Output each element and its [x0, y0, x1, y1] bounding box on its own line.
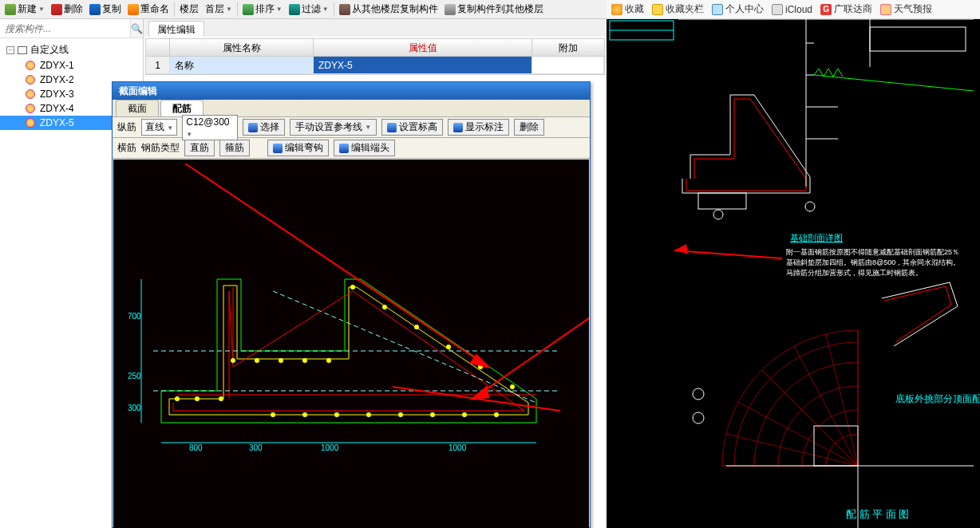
copy-icon [89, 4, 101, 15]
section-canvas[interactable]: 700 250 300 800 300 1000 1000 [113, 160, 589, 528]
svg-point-19 [462, 412, 467, 417]
reference-drawing-viewer[interactable]: 基础剖面详图 附一基面钢筋按原图不得随意减配基础剖面钢筋配25％ 基础斜垫层加四… [607, 19, 980, 528]
dim-1000a: 1000 [321, 443, 339, 452]
svg-point-17 [398, 412, 403, 417]
svg-point-8 [231, 358, 235, 363]
filter-button[interactable]: 过滤▼ [286, 1, 332, 18]
tree-item-zdyx1[interactable]: ZDYX-1 [0, 58, 143, 73]
select-button[interactable]: 选择 [243, 119, 285, 136]
floor-select[interactable]: 首层▼ [202, 1, 235, 18]
bookmark-icloud[interactable]: iCloud [772, 4, 812, 15]
separator [174, 2, 175, 17]
copy-button[interactable]: 复制 [86, 1, 124, 18]
g-icon: G [820, 4, 832, 15]
star-icon [611, 4, 622, 15]
bm-label: 收藏夹栏 [666, 2, 704, 16]
cell-value[interactable]: ZDYX-5 [314, 57, 532, 73]
dialog-toolbar-1: 纵筋 直线 ▼ C12@300 ▼ 选择 手动设置参考线 ▼ 设置标高 显示标注… [113, 117, 590, 138]
manual-label: 手动设置参考线 [295, 120, 362, 134]
copy-label: 复制 [102, 2, 121, 16]
copy-to-icon [445, 4, 456, 15]
bookmark-glodon[interactable]: G广联达商 [820, 2, 872, 16]
fan-title: 底板外挑部分顶面配筋图 [895, 393, 980, 404]
svg-line-27 [185, 164, 488, 367]
dim-300b: 300 [249, 443, 263, 452]
svg-line-48 [674, 250, 782, 258]
bm-label: 天气预报 [894, 2, 932, 16]
tab-property-edit[interactable]: 属性编辑 [148, 21, 204, 37]
svg-point-21 [350, 285, 355, 290]
filter-icon [289, 4, 300, 15]
show-annotation-button[interactable]: 显示标注 [448, 119, 509, 136]
svg-point-61 [693, 412, 704, 424]
search-button[interactable]: 🔍 [130, 19, 143, 37]
copy-to-button[interactable]: 复制构件到其他楼层 [441, 1, 547, 18]
straight-bar-button[interactable]: 直筋 [184, 140, 215, 156]
svg-point-10 [279, 358, 283, 363]
svg-point-13 [271, 412, 275, 417]
spec-select[interactable]: C12@300 ▼ [182, 115, 238, 140]
bm-label: 个人中心 [725, 2, 764, 16]
svg-marker-30 [472, 387, 488, 399]
copy-from-button[interactable]: 从其他楼层复制构件 [336, 1, 441, 18]
chevron-down-icon: ▼ [186, 131, 192, 138]
bookmark-personal[interactable]: 个人中心 [712, 2, 764, 16]
tab-section[interactable]: 截面 [116, 100, 159, 116]
property-row[interactable]: 1 名称 ZDYX-5 [146, 57, 604, 74]
rename-button[interactable]: 重命名 [124, 1, 172, 18]
select-label: 选择 [260, 120, 279, 134]
manual-refline-button[interactable]: 手动设置参考线 ▼ [290, 119, 377, 136]
delete-button[interactable]: 删除 [48, 1, 86, 18]
chevron-down-icon: ▼ [365, 124, 371, 131]
bookmark-weather[interactable]: 天气预报 [880, 2, 932, 16]
hoop-bar-button[interactable]: 箍筋 [219, 140, 250, 156]
set-elevation-button[interactable]: 设置标高 [381, 119, 443, 136]
search-input[interactable] [0, 19, 130, 37]
svg-line-52 [738, 402, 858, 466]
header-extra: 附加 [532, 39, 604, 56]
bookmark-folder[interactable]: 收藏夹栏 [652, 2, 704, 16]
svg-point-46 [805, 202, 815, 211]
svg-point-16 [366, 412, 371, 417]
gear-icon [26, 118, 35, 128]
edit-bend-button[interactable]: 编辑弯钩 [267, 140, 329, 156]
copy-from-icon [339, 4, 350, 15]
svg-point-12 [326, 358, 331, 363]
svg-point-22 [382, 305, 387, 309]
delete-label: 删除 [64, 2, 83, 16]
dim-700: 700 [128, 312, 141, 321]
detail-title: 基础剖面详图 [790, 233, 843, 242]
reference-drawing: 基础剖面详图 附一基面钢筋按原图不得随意减配基础剖面钢筋配25％ 基础斜垫层加四… [607, 19, 980, 528]
collapse-icon[interactable]: − [6, 46, 14, 54]
dialog-title[interactable]: 截面编辑 [113, 82, 590, 100]
dialog-toolbar-2: 横筋 钢筋类型 直筋 箍筋 编辑弯钩 编辑端头 [113, 138, 590, 159]
sort-button[interactable]: 排序▼ [239, 1, 286, 18]
bm-label: iCloud [785, 4, 812, 15]
svg-line-54 [794, 346, 858, 466]
hbar-label: 横筋 [117, 141, 136, 155]
rename-label: 重命名 [140, 2, 169, 16]
bookmark-fav[interactable]: 收藏 [611, 2, 644, 16]
dim-800: 800 [189, 443, 203, 452]
edit-end-button[interactable]: 编辑端头 [334, 140, 395, 156]
svg-point-60 [693, 388, 704, 400]
weather-icon [880, 4, 891, 15]
delete-icon [51, 4, 62, 15]
dim-1000b: 1000 [449, 443, 467, 452]
tree-root[interactable]: − 自定义线 [0, 41, 143, 58]
elevation-icon [387, 123, 397, 132]
separator [237, 2, 238, 17]
svg-point-5 [175, 396, 180, 401]
bartype-label: 钢筋类型 [141, 141, 180, 155]
svg-point-15 [334, 412, 339, 417]
line-type-select[interactable]: 直线 ▼ [141, 119, 177, 136]
folder-icon [18, 46, 27, 54]
separator [334, 2, 334, 17]
editend-label: 编辑端头 [351, 141, 389, 155]
floor-value: 首层 [205, 2, 224, 16]
svg-point-9 [255, 358, 259, 363]
delete-button[interactable]: 删除 [514, 119, 544, 136]
vbar-label: 纵筋 [117, 120, 136, 134]
new-button[interactable]: 新建▼ [2, 1, 48, 18]
copy-to-label: 复制构件到其他楼层 [457, 2, 543, 16]
